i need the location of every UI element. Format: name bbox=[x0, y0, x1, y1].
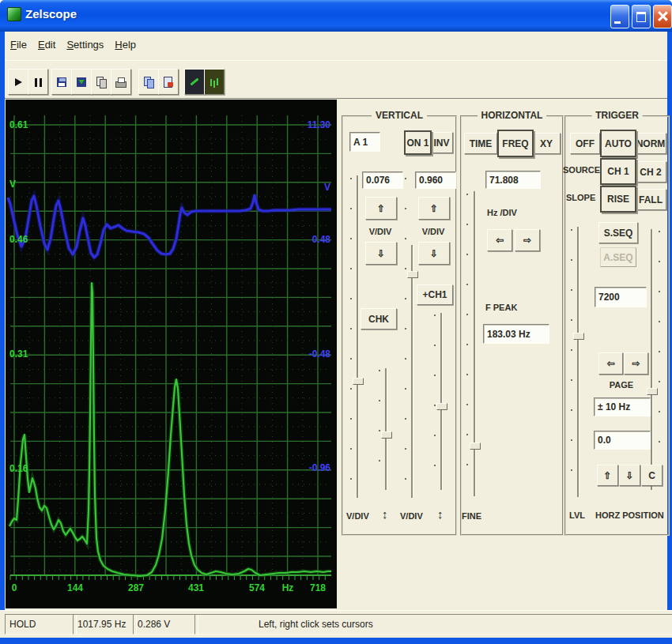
ch1-vdiv-slider[interactable] bbox=[357, 175, 358, 498]
hdiv-unit-label: Hz /DIV bbox=[487, 208, 517, 217]
ch1-position-slider-thumb[interactable] bbox=[381, 431, 392, 439]
hdiv-value: 71.808 bbox=[485, 171, 541, 189]
ch2-vdiv-value: 0.960 bbox=[415, 171, 456, 189]
svg-text:144: 144 bbox=[67, 582, 83, 593]
edit-pen-button[interactable] bbox=[184, 69, 205, 95]
trigger-sseq-button[interactable]: S.SEQ bbox=[598, 222, 638, 243]
ch1-on-button[interactable]: ON 1 bbox=[404, 130, 432, 155]
ch1-vdiv-value: 0.076 bbox=[362, 171, 403, 189]
status-mode: HOLD bbox=[5, 614, 77, 635]
save-button[interactable] bbox=[51, 69, 72, 95]
fine-label: FINE bbox=[462, 511, 481, 521]
ch1-scale-down-button[interactable]: ⇩ bbox=[365, 242, 397, 265]
hdiv-slider-thumb[interactable] bbox=[470, 443, 481, 450]
maximize-icon bbox=[636, 12, 646, 22]
trigger-off-button[interactable]: OFF bbox=[570, 133, 600, 154]
ch2-vdiv-slider-thumb[interactable] bbox=[407, 271, 418, 278]
pause-icon bbox=[32, 76, 44, 89]
ch1-updown-icon: ↕ bbox=[382, 507, 388, 521]
trigger-rise-button[interactable]: RISE bbox=[600, 186, 636, 213]
svg-text:431: 431 bbox=[188, 582, 204, 593]
menu-file[interactable]: File bbox=[10, 39, 27, 51]
menu-edit[interactable]: Edit bbox=[38, 39, 55, 51]
horz-position-label: HORZ POSITION bbox=[595, 510, 664, 520]
ch1-vdiv-label: V/DIV bbox=[362, 227, 398, 236]
menu-help[interactable]: Help bbox=[115, 39, 136, 51]
ch1-invert-button[interactable]: INV bbox=[430, 132, 453, 153]
svg-text:0.61: 0.61 bbox=[9, 119, 28, 130]
trigger-level-ticks bbox=[571, 229, 572, 495]
menu-settings[interactable]: Settings bbox=[66, 39, 104, 51]
horz-position-slider[interactable] bbox=[651, 229, 652, 490]
ch2-scale-down-button[interactable]: ⇩ bbox=[418, 242, 450, 265]
trigger-auto-button[interactable]: AUTO bbox=[600, 130, 636, 157]
freq-mode-button[interactable]: FREQ bbox=[497, 130, 534, 157]
paste-image-button[interactable] bbox=[158, 69, 179, 95]
svg-text:0.46: 0.46 bbox=[9, 234, 28, 245]
hdiv-ticks bbox=[466, 194, 468, 494]
app-icon bbox=[7, 7, 21, 21]
edit-pen-icon bbox=[188, 76, 201, 89]
xy-mode-button[interactable]: XY bbox=[532, 133, 561, 154]
ch1-pos-ticks bbox=[379, 370, 380, 488]
ch2-scale-up-button[interactable]: ⇧ bbox=[418, 197, 450, 220]
print-button[interactable] bbox=[111, 69, 131, 95]
copy-file-button[interactable] bbox=[91, 69, 111, 95]
pos-up-button[interactable]: ⇧ bbox=[597, 465, 618, 486]
trigger-level-slider-thumb[interactable] bbox=[573, 333, 584, 340]
time-mode-button[interactable]: TIME bbox=[464, 133, 497, 154]
ch2-position-slider[interactable] bbox=[440, 313, 442, 490]
trigger-ch1-button[interactable]: CH 1 bbox=[600, 158, 636, 185]
pos-clear-button[interactable]: C bbox=[641, 465, 663, 486]
trigger-norm-button[interactable]: NORM bbox=[635, 133, 666, 154]
pause-button[interactable] bbox=[28, 69, 48, 95]
hdiv-left-button[interactable]: ⇦ bbox=[487, 229, 512, 251]
spectrum-button[interactable] bbox=[204, 69, 225, 95]
oscilloscope-display[interactable]: 0.61V0.460.310.1611.30V0.48-0.48-0.96014… bbox=[6, 100, 337, 608]
minimize-icon bbox=[614, 21, 621, 24]
print-icon bbox=[115, 76, 127, 89]
trigger-aseq-button[interactable]: A.SEQ bbox=[600, 247, 636, 267]
hdiv-slider[interactable] bbox=[474, 191, 475, 496]
ch2-vdiv-ticks bbox=[405, 178, 406, 494]
trigger-ch2-button[interactable]: CH 2 bbox=[635, 161, 666, 183]
horz-position-slider-thumb[interactable] bbox=[647, 388, 658, 395]
ch1-position-slider[interactable] bbox=[385, 368, 387, 490]
play-button[interactable] bbox=[8, 69, 28, 95]
status-voltage: 0.286 V bbox=[133, 614, 198, 635]
copy-pages-button[interactable] bbox=[138, 69, 159, 95]
channel-a1-display[interactable]: A 1 bbox=[349, 132, 380, 152]
statusbar: HOLD 1017.95 Hz 0.286 V Left, right clic… bbox=[0, 610, 672, 638]
save-export-button[interactable] bbox=[71, 69, 92, 95]
fpeak-label: F PEAK bbox=[485, 303, 517, 312]
ch2-vdiv-slider[interactable] bbox=[411, 245, 413, 498]
titlebar: Zelscope bbox=[0, 0, 672, 32]
svg-text:V: V bbox=[9, 179, 16, 190]
copy-file-icon bbox=[95, 76, 108, 89]
ch1-scale-up-button[interactable]: ⇧ bbox=[365, 197, 397, 220]
minimize-button[interactable] bbox=[610, 5, 629, 28]
menubar: FileEditSettingsHelp bbox=[5, 32, 667, 60]
pos-down-button[interactable]: ⇩ bbox=[619, 465, 640, 486]
paste-image-icon bbox=[162, 76, 175, 89]
ch2-add-ch1-button[interactable]: +CH1 bbox=[417, 284, 453, 305]
ch2-position-slider-thumb[interactable] bbox=[436, 403, 447, 410]
copy-pages-icon bbox=[142, 76, 155, 89]
fpeak-value: 183.03 Hz bbox=[483, 324, 549, 344]
close-button[interactable] bbox=[653, 5, 672, 28]
hdiv-right-button[interactable]: ⇨ bbox=[515, 229, 540, 251]
horz-position-ticks bbox=[659, 231, 660, 488]
svg-text:574: 574 bbox=[249, 582, 265, 593]
svg-text:-0.96: -0.96 bbox=[309, 462, 331, 473]
ch1-vdiv-slider-thumb[interactable] bbox=[353, 378, 364, 385]
maximize-button[interactable] bbox=[632, 5, 651, 28]
page-right-button[interactable]: ⇨ bbox=[624, 352, 648, 375]
trigger-level-slider[interactable] bbox=[577, 227, 579, 497]
ch1-chk-button[interactable]: CHK bbox=[361, 308, 397, 330]
ch2-vdiv-label: V/DIV bbox=[415, 227, 451, 236]
page-left-button[interactable]: ⇦ bbox=[598, 352, 623, 375]
trigger-fall-button[interactable]: FALL bbox=[635, 189, 666, 210]
page-range-value: ± 10 Hz bbox=[594, 397, 651, 416]
svg-text:0: 0 bbox=[12, 582, 17, 593]
svg-text:V: V bbox=[324, 182, 330, 193]
